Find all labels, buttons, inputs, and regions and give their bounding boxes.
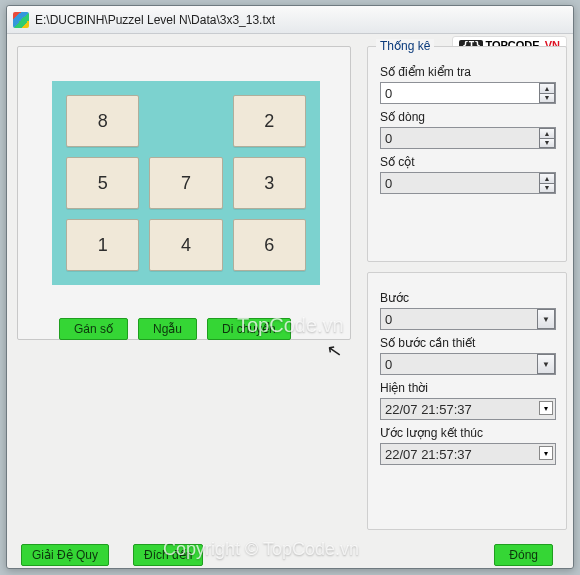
progress-group: Bước ▼ Số bước cần thiết ▼ Hiện thời ▾ Ư… (367, 272, 567, 530)
spin-down-icon[interactable]: ▼ (539, 93, 555, 104)
checkpoints-field: ▲▼ (380, 82, 556, 104)
move-button[interactable]: Di chuyển (207, 318, 291, 340)
app-icon (13, 12, 29, 28)
chevron-down-icon[interactable]: ▼ (537, 309, 555, 329)
eta-label: Ước lượng kết thúc (380, 426, 554, 440)
stats-title: Thống kê (376, 39, 434, 53)
spin-down-icon[interactable]: ▼ (539, 183, 555, 194)
needed-field: ▼ (380, 353, 556, 375)
spin-up-icon[interactable]: ▲ (539, 173, 555, 183)
eta-field: ▾ (380, 443, 556, 465)
rows-field: ▲▼ (380, 127, 556, 149)
puzzle-board: 82573146 (52, 81, 320, 285)
puzzle-tile-7[interactable]: 1 (66, 219, 139, 271)
random-button[interactable]: Ngẫu (138, 318, 197, 340)
needed-label: Số bước cần thiết (380, 336, 554, 350)
puzzle-tile-5[interactable]: 7 (149, 157, 222, 209)
app-window: E:\DUCBINH\Puzzel Level N\Data\3x3_13.tx… (6, 5, 574, 569)
assign-button[interactable]: Gán số (59, 318, 128, 340)
destination-button[interactable]: Đích đến (133, 544, 203, 566)
checkpoints-input[interactable] (380, 82, 556, 104)
cursor-icon: ↖ (325, 339, 344, 363)
puzzle-tile-6[interactable]: 3 (233, 157, 306, 209)
cols-input[interactable] (380, 172, 556, 194)
step-label: Bước (380, 291, 554, 305)
puzzle-tile-3[interactable]: 2 (233, 95, 306, 147)
content-area: {T} TOPCODE.VN 82573146 Gán số Ngẫu Di c… (7, 34, 573, 568)
needed-input[interactable] (380, 353, 556, 375)
cols-label: Số cột (380, 155, 554, 169)
puzzle-tile-8[interactable]: 4 (149, 219, 222, 271)
spin-up-icon[interactable]: ▲ (539, 83, 555, 93)
puzzle-tile-9[interactable]: 6 (233, 219, 306, 271)
titlebar[interactable]: E:\DUCBINH\Puzzel Level N\Data\3x3_13.tx… (7, 6, 573, 34)
window-title: E:\DUCBINH\Puzzel Level N\Data\3x3_13.tx… (35, 13, 275, 27)
now-field: ▾ (380, 398, 556, 420)
spin-up-icon[interactable]: ▲ (539, 128, 555, 138)
recursive-solve-button[interactable]: Giải Đệ Quy (21, 544, 109, 566)
now-label: Hiện thời (380, 381, 554, 395)
step-input[interactable] (380, 308, 556, 330)
close-button[interactable]: Đóng (494, 544, 553, 566)
puzzle-grid: 82573146 (66, 95, 306, 271)
now-input[interactable] (380, 398, 556, 420)
rows-label: Số dòng (380, 110, 554, 124)
puzzle-tile-1[interactable]: 8 (66, 95, 139, 147)
stats-group: Thống kê Số điểm kiểm tra ▲▼ Số dòng ▲▼ … (367, 46, 567, 262)
checkpoints-label: Số điểm kiểm tra (380, 65, 554, 79)
left-button-row: Gán số Ngẫu Di chuyển (59, 318, 291, 340)
calendar-dropdown-icon[interactable]: ▾ (539, 401, 553, 415)
chevron-down-icon[interactable]: ▼ (537, 354, 555, 374)
calendar-dropdown-icon[interactable]: ▾ (539, 446, 553, 460)
rows-input[interactable] (380, 127, 556, 149)
step-field: ▼ (380, 308, 556, 330)
eta-input[interactable] (380, 443, 556, 465)
puzzle-panel: 82573146 (17, 46, 351, 340)
spin-down-icon[interactable]: ▼ (539, 138, 555, 149)
bottom-button-row: Giải Đệ Quy Đích đến (21, 544, 203, 566)
puzzle-tile-4[interactable]: 5 (66, 157, 139, 209)
cols-field: ▲▼ (380, 172, 556, 194)
